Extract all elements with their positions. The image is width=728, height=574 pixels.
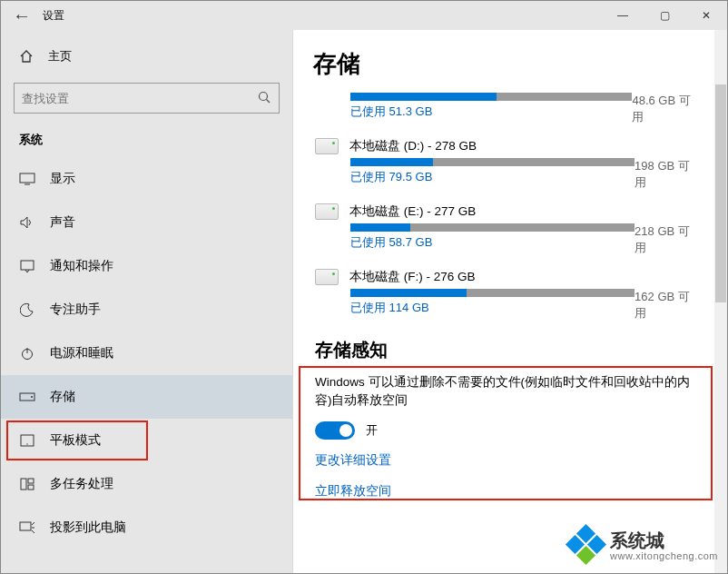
svg-line-1	[267, 99, 271, 103]
sidebar-item-power[interactable]: 电源和睡眠	[1, 332, 292, 375]
notification-icon	[19, 259, 35, 273]
storage-sense-section: 存储感知 Windows 可以通过删除不需要的文件(例如临时文件和回收站中的内容…	[315, 338, 700, 500]
free-label: 48.6 GB 可用	[632, 93, 700, 125]
home-nav[interactable]: 主页	[1, 37, 292, 75]
sidebar-item-multitask[interactable]: 多任务处理	[1, 462, 292, 506]
sidebar-item-label: 存储	[50, 389, 75, 405]
home-icon	[19, 49, 34, 64]
free-now-link[interactable]: 立即释放空间	[315, 483, 700, 500]
change-settings-link[interactable]: 更改详细设置	[315, 452, 700, 469]
sidebar-item-projecting[interactable]: 投影到此电脑	[1, 506, 292, 549]
sidebar-item-display[interactable]: 显示	[1, 157, 292, 201]
drive-row[interactable]: 本地磁盘 (F:) - 276 GB 已使用 114 GB 162 GB 可用	[315, 269, 700, 322]
scrollbar-thumb[interactable]	[715, 84, 726, 302]
drive-title: 本地磁盘 (F:) - 276 GB	[349, 269, 476, 285]
drive-row[interactable]: 本地磁盘 (E:) - 277 GB 已使用 58.7 GB 218 GB 可用	[315, 203, 700, 256]
sidebar-item-label: 多任务处理	[50, 476, 113, 492]
usage-bar	[350, 158, 635, 166]
sidebar-item-label: 声音	[50, 214, 75, 231]
watermark: 系统城 www.xitongcheng.com	[568, 528, 718, 564]
sidebar-item-label: 电源和睡眠	[50, 345, 113, 361]
moon-icon	[19, 302, 35, 317]
search-icon	[257, 90, 271, 107]
sidebar: 主页 系统 显示 声音 通知和操作	[1, 30, 293, 573]
section-description: Windows 可以通过删除不需要的文件(例如临时文件和回收站中的内容)自动释放…	[315, 373, 700, 411]
used-label: 已使用 114 GB	[350, 300, 635, 316]
drive-icon	[315, 203, 339, 220]
free-label: 218 GB 可用	[635, 223, 700, 256]
watermark-url: www.xitongcheng.com	[610, 550, 718, 561]
search-input[interactable]	[22, 92, 257, 105]
search-box[interactable]	[14, 83, 280, 114]
sidebar-item-label: 显示	[50, 171, 75, 187]
sidebar-item-label: 通知和操作	[50, 258, 113, 274]
sidebar-group-title: 系统	[1, 126, 292, 157]
sidebar-item-tablet[interactable]: 平板模式	[1, 419, 292, 462]
display-icon	[19, 173, 35, 185]
usage-bar	[350, 93, 632, 101]
scrollbar-track[interactable]	[714, 30, 727, 573]
watermark-icon	[568, 528, 605, 564]
sidebar-item-sound[interactable]: 声音	[1, 201, 292, 244]
sidebar-item-label: 平板模式	[50, 432, 101, 449]
used-label: 已使用 51.3 GB	[350, 104, 632, 120]
drive-row[interactable]: 已使用 51.3 GB 48.6 GB 可用	[315, 93, 700, 125]
drive-row[interactable]: 本地磁盘 (D:) - 278 GB 已使用 79.5 GB 198 GB 可用	[315, 138, 700, 191]
storage-sense-toggle[interactable]	[315, 421, 355, 440]
drive-icon	[315, 138, 339, 154]
svg-rect-11	[21, 479, 26, 490]
free-label: 198 GB 可用	[635, 158, 700, 191]
toggle-state-label: 开	[366, 422, 378, 439]
close-button[interactable]: ✕	[685, 1, 727, 30]
multitask-icon	[19, 478, 35, 490]
sound-icon	[19, 215, 35, 230]
watermark-name: 系统城	[610, 530, 718, 550]
drive-title: 本地磁盘 (E:) - 277 GB	[349, 203, 476, 220]
sidebar-item-label: 投影到此电脑	[50, 520, 126, 536]
settings-window: ← 设置 — ▢ ✕ 主页 系统 显示	[0, 0, 728, 574]
sidebar-item-label: 专注助手	[50, 302, 101, 318]
minimize-button[interactable]: —	[602, 1, 644, 30]
sidebar-item-storage[interactable]: 存储	[1, 375, 292, 419]
used-label: 已使用 58.7 GB	[350, 234, 635, 251]
svg-point-0	[260, 92, 268, 100]
tablet-icon	[19, 434, 35, 447]
content-pane: 存储 已使用 51.3 GB 48.6 GB 可用 本地磁盘 (D:) - 27…	[293, 30, 727, 573]
svg-rect-13	[28, 485, 34, 490]
usage-bar	[350, 289, 635, 297]
section-heading: 存储感知	[315, 338, 700, 362]
power-icon	[19, 346, 35, 361]
drive-icon	[315, 269, 339, 285]
svg-rect-12	[28, 479, 34, 483]
drive-title: 本地磁盘 (D:) - 278 GB	[349, 138, 477, 154]
project-icon	[19, 521, 35, 534]
svg-point-8	[31, 396, 33, 398]
page-title: 存储	[313, 48, 700, 80]
used-label: 已使用 79.5 GB	[350, 169, 635, 185]
sidebar-item-focus-assist[interactable]: 专注助手	[1, 288, 292, 332]
storage-icon	[19, 392, 35, 401]
svg-rect-4	[21, 261, 34, 270]
back-button[interactable]: ←	[1, 5, 43, 26]
window-title: 设置	[43, 8, 602, 24]
svg-rect-2	[20, 173, 34, 183]
titlebar: ← 设置 — ▢ ✕	[1, 1, 727, 30]
free-label: 162 GB 可用	[635, 289, 700, 322]
svg-point-10	[26, 443, 27, 444]
usage-bar	[350, 223, 635, 232]
home-label: 主页	[48, 48, 72, 64]
svg-rect-14	[20, 522, 31, 530]
maximize-button[interactable]: ▢	[644, 1, 685, 30]
sidebar-item-notifications[interactable]: 通知和操作	[1, 244, 292, 288]
